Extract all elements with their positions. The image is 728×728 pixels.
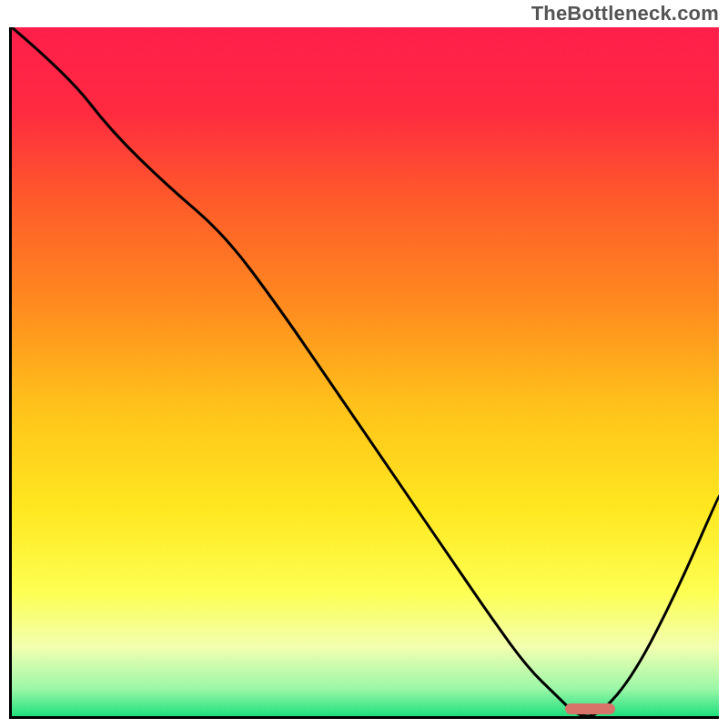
bottleneck-curve bbox=[12, 27, 719, 716]
watermark-text: TheBottleneck.com bbox=[531, 2, 719, 25]
plot-area bbox=[9, 27, 719, 719]
chart-container: TheBottleneck.com bbox=[0, 0, 728, 728]
optimal-range-marker bbox=[565, 703, 615, 714]
